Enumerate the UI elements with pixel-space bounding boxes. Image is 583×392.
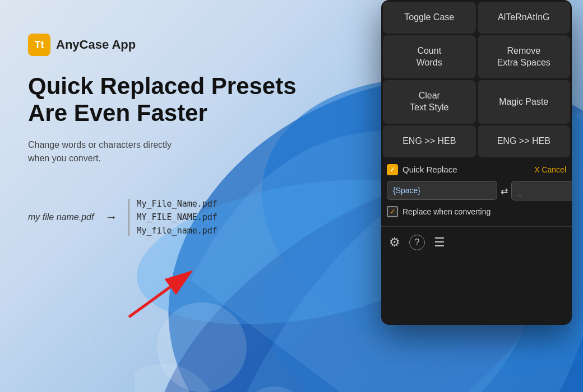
- conversion-demo: my file name.pdf → My_File_Name.pdf MY_F…: [28, 199, 308, 236]
- replace-when-converting-checkbox[interactable]: ✓: [387, 206, 398, 217]
- replace-input-row: ⇄ Rep.: [387, 181, 566, 200]
- eng-heb-button-2[interactable]: ENG >> HEB: [478, 125, 571, 157]
- replace-from-input[interactable]: [387, 181, 497, 200]
- grid-buttons: Toggle Case AlTeRnAtInG CountWords Remov…: [381, 0, 572, 157]
- sub-heading: Change words or characters directlywhen …: [28, 138, 308, 165]
- converted-file-1: My_File_Name.pdf: [136, 199, 218, 209]
- main-heading: Quick Replaced Presets Are Even Faster: [28, 73, 308, 127]
- bottom-icons: ⚙ ? ☰: [381, 226, 572, 258]
- replace-when-converting: ✓ Replace when converting: [387, 206, 566, 217]
- clear-text-style-button[interactable]: ClearText Style: [383, 80, 476, 124]
- remove-extra-spaces-button[interactable]: RemoveExtra Spaces: [478, 35, 571, 79]
- quick-replace-label: ✓ Quick Replace: [387, 164, 457, 175]
- exchange-icon: ⇄: [501, 185, 508, 196]
- notes-icon-button[interactable]: ☰: [434, 235, 445, 250]
- arrow-right: →: [105, 210, 117, 225]
- quick-replace-section: ✓ Quick Replace X Cancel ⇄ Rep. ✓ Replac…: [381, 157, 572, 222]
- converted-file-2: MY_FILE_NAME.pdf: [136, 212, 218, 222]
- app-icon: Tt: [28, 34, 50, 56]
- app-name: AnyCase App: [56, 38, 136, 52]
- quick-replace-header: ✓ Quick Replace X Cancel: [387, 164, 566, 175]
- converted-file-3: My_file_name.pdf: [136, 226, 218, 236]
- app-logo: Tt AnyCase App: [28, 34, 308, 56]
- eng-heb-button-1[interactable]: ENG >> HEB: [383, 125, 476, 157]
- help-icon-button[interactable]: ?: [409, 235, 425, 250]
- magic-paste-button[interactable]: Magic Paste: [478, 80, 571, 124]
- popup-panel: Toggle Case AlTeRnAtInG CountWords Remov…: [381, 0, 572, 325]
- cancel-button[interactable]: X Cancel: [534, 165, 566, 174]
- replace-to-input[interactable]: [511, 181, 572, 200]
- alternating-button[interactable]: AlTeRnAtInG: [478, 2, 571, 34]
- left-panel: Tt AnyCase App Quick Replaced Presets Ar…: [0, 0, 336, 392]
- replace-when-converting-label: Replace when converting: [402, 207, 491, 216]
- quick-replace-checkbox[interactable]: ✓: [387, 164, 398, 175]
- settings-icon-button[interactable]: ⚙: [389, 235, 400, 250]
- original-file: my file name.pdf: [28, 212, 94, 222]
- toggle-case-button[interactable]: Toggle Case: [383, 2, 476, 34]
- converted-files: My_File_Name.pdf MY_FILE_NAME.pdf My_fil…: [128, 199, 218, 236]
- quick-replace-text: Quick Replace: [402, 165, 457, 174]
- count-words-button[interactable]: CountWords: [383, 35, 476, 79]
